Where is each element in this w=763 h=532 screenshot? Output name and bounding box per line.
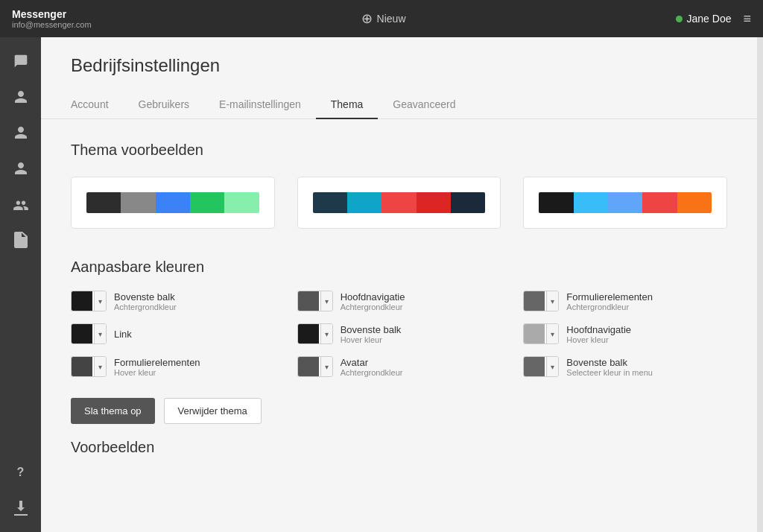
topbar: Messenger info@messenger.com ⊕ Nieuw Jan…	[0, 0, 763, 37]
sidebar-item-download[interactable]	[4, 492, 37, 525]
user-info: Jane Doe	[676, 13, 732, 25]
color-label-main-0: Bovenste balk	[114, 291, 177, 303]
swatch-1-5	[224, 192, 259, 213]
sidebar-item-help[interactable]: ?	[4, 456, 37, 489]
tab-geavanceerd[interactable]: Geavanceerd	[378, 91, 470, 119]
color-swatch-6	[72, 357, 92, 376]
color-picker-1[interactable]: ▾	[297, 291, 333, 311]
color-label-main-3: Link	[114, 329, 132, 340]
color-label-main-4: Bovenste balk	[341, 324, 402, 335]
color-picker-5[interactable]: ▾	[523, 323, 559, 344]
tab-account[interactable]: Account	[71, 91, 124, 119]
color-swatch-0	[72, 291, 92, 311]
theme-preview-3[interactable]	[523, 177, 727, 229]
swatch-1-2	[121, 192, 155, 213]
app-name: Messenger	[12, 8, 92, 20]
page-title: Bedrijfsinstellingen	[71, 55, 727, 76]
swatch-1-3	[156, 192, 190, 213]
color-label-sub-4: Hover kleur	[341, 335, 402, 344]
color-label-sub-7: Achtergrondkleur	[341, 368, 403, 377]
dropdown-arrow-5: ▾	[546, 324, 558, 343]
sidebar-item-document[interactable]	[4, 224, 37, 256]
new-label: Nieuw	[377, 13, 406, 25]
color-picker-6[interactable]: ▾	[71, 356, 107, 377]
status-dot	[676, 16, 683, 22]
sidebar: ?	[0, 37, 41, 532]
swatch-3-3	[608, 192, 642, 213]
color-row-3: ▾ Link	[71, 323, 275, 344]
content-area: Bedrijfsinstellingen Account Gebruikers …	[41, 37, 757, 532]
color-swatch-2	[524, 291, 545, 311]
theme-preview-2[interactable]	[297, 177, 501, 229]
color-label-6: Formulierelementen Hover kleur	[114, 357, 200, 377]
color-label-main-2: Formulierelementen	[566, 291, 653, 303]
tab-gebruikers[interactable]: Gebruikers	[124, 91, 204, 119]
color-label-sub-0: Achtergrondkleur	[114, 303, 177, 311]
color-row-1: ▾ Hoofdnavigatie Achtergrondkleur	[297, 291, 501, 311]
dropdown-arrow-6: ▾	[94, 357, 106, 376]
color-strip-2	[313, 192, 486, 213]
dropdown-arrow-0: ▾	[94, 291, 106, 311]
dropdown-arrow-2: ▾	[546, 291, 558, 311]
sidebar-item-user2[interactable]	[4, 152, 37, 185]
dropdown-arrow-1: ▾	[320, 291, 332, 311]
color-picker-8[interactable]: ▾	[523, 356, 559, 377]
swatch-3-4	[642, 192, 677, 213]
color-label-4: Bovenste balk Hover kleur	[341, 324, 402, 344]
scrollbar[interactable]	[757, 37, 763, 532]
sidebar-item-user[interactable]	[4, 116, 37, 149]
color-label-sub-5: Hover kleur	[566, 335, 631, 344]
color-row-2: ▾ Formulierelementen Achtergrondkleur	[523, 291, 727, 311]
new-button[interactable]: ⊕ Nieuw	[361, 10, 406, 27]
tab-thema[interactable]: Thema	[316, 91, 379, 119]
topbar-brand: Messenger info@messenger.com	[12, 8, 92, 29]
color-row-7: ▾ Avatar Achtergrondkleur	[297, 356, 501, 377]
color-row-0: ▾ Bovenste balk Achtergrondkleur	[71, 291, 275, 311]
color-swatch-3	[72, 324, 92, 343]
color-strip-1	[86, 192, 259, 213]
color-label-3: Link	[114, 329, 132, 340]
action-buttons: Sla thema op Verwijder thema	[71, 398, 727, 424]
plus-icon: ⊕	[361, 10, 373, 27]
color-label-2: Formulierelementen Achtergrondkleur	[566, 291, 653, 311]
swatch-2-2	[347, 192, 382, 213]
hamburger-menu-icon[interactable]: ≡	[743, 11, 751, 27]
dropdown-arrow-7: ▾	[320, 357, 332, 376]
color-label-main-6: Formulierelementen	[114, 357, 200, 368]
sidebar-item-chat[interactable]	[4, 45, 37, 77]
main-layout: ? Bedrijfsinstellingen Account Gebruiker…	[0, 37, 763, 532]
swatch-1-4	[190, 192, 224, 213]
app-email: info@messenger.com	[12, 20, 92, 29]
color-picker-7[interactable]: ▾	[297, 356, 333, 377]
color-swatch-8	[524, 357, 545, 376]
color-row-5: ▾ Hoofdnavigatie Hover kleur	[523, 323, 727, 344]
color-swatch-4	[298, 324, 319, 343]
delete-theme-button[interactable]: Verwijder thema	[164, 398, 262, 424]
dropdown-arrow-4: ▾	[320, 324, 332, 343]
color-label-1: Hoofdnavigatie Achtergrondkleur	[341, 291, 405, 311]
color-label-main-1: Hoofdnavigatie	[341, 291, 405, 303]
color-swatch-1	[298, 291, 319, 311]
color-label-7: Avatar Achtergrondkleur	[341, 357, 403, 377]
theme-preview-1[interactable]	[71, 177, 275, 229]
color-picker-3[interactable]: ▾	[71, 323, 107, 344]
dropdown-arrow-8: ▾	[546, 357, 558, 376]
sidebar-item-group[interactable]	[4, 188, 37, 221]
tab-emailinstellingen[interactable]: E-mailinstellingen	[204, 91, 316, 119]
color-picker-4[interactable]: ▾	[297, 323, 333, 344]
color-label-0: Bovenste balk Achtergrondkleur	[114, 291, 177, 311]
topbar-right: Jane Doe ≡	[676, 11, 751, 27]
swatch-3-2	[574, 192, 608, 213]
sidebar-item-contact[interactable]	[4, 80, 37, 113]
color-swatch-5	[524, 324, 545, 343]
color-picker-2[interactable]: ▾	[523, 291, 559, 311]
theme-previews-title: Thema voorbeelden	[71, 142, 727, 159]
color-label-main-7: Avatar	[341, 357, 403, 368]
content-body: Thema voorbeelden	[41, 119, 757, 493]
color-picker-0[interactable]: ▾	[71, 291, 107, 311]
save-theme-button[interactable]: Sla thema op	[71, 398, 155, 424]
username: Jane Doe	[687, 13, 732, 25]
swatch-2-4	[417, 192, 451, 213]
question-mark-icon: ?	[17, 466, 25, 479]
color-label-main-5: Hoofdnavigatie	[566, 324, 631, 335]
